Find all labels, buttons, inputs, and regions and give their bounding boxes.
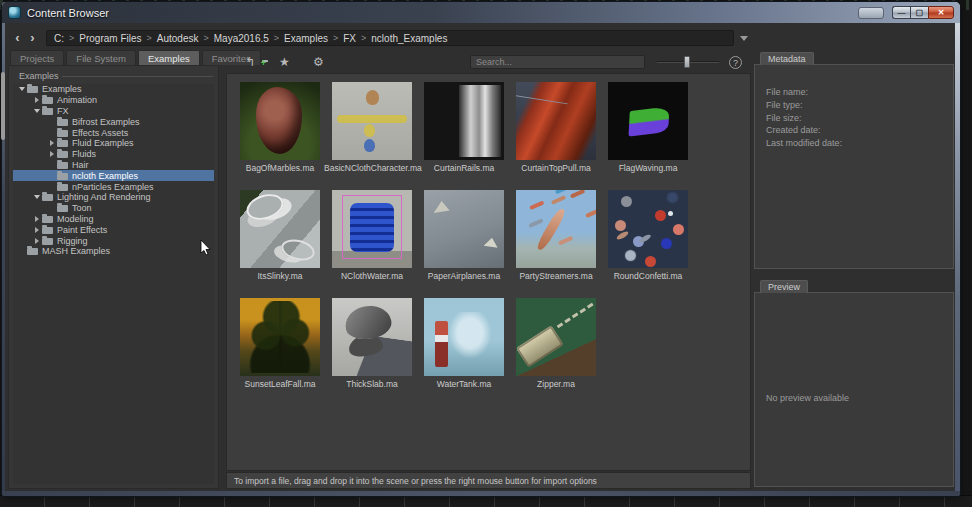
sidebar-group-label: Examples: [16, 71, 62, 81]
file-item[interactable]: SunsetLeafFall.ma: [234, 298, 326, 389]
tree-expand-arrow-icon[interactable]: [32, 109, 42, 113]
window-border-right: [955, 2, 960, 496]
tab-metadata[interactable]: Metadata: [760, 52, 814, 65]
tree-expand-arrow-icon[interactable]: [32, 216, 42, 222]
file-thumbnail[interactable]: [424, 298, 504, 376]
file-thumbnail[interactable]: [516, 82, 596, 160]
tree-expand-arrow-icon[interactable]: [32, 227, 42, 233]
tree-item-label: Bifrost Examples: [72, 117, 140, 127]
tree-item-modeling[interactable]: Modeling: [13, 214, 214, 225]
tree-item-bifrost-examples[interactable]: Bifrost Examples: [13, 116, 214, 127]
breadcrumb-segment[interactable]: Autodesk: [157, 33, 199, 44]
tree-item-animation[interactable]: Animation: [13, 95, 214, 106]
file-name-label: PartyStreamers.ma: [519, 271, 592, 281]
file-thumbnail[interactable]: [240, 82, 320, 160]
tree-item-label: Rigging: [57, 236, 88, 246]
folder-icon: [27, 86, 38, 93]
file-item[interactable]: FlagWaving.ma: [602, 82, 694, 173]
tree-expand-arrow-icon[interactable]: [47, 151, 57, 157]
file-item[interactable]: CurtainTopPull.ma: [510, 82, 602, 173]
tree-expand-arrow-icon[interactable]: [32, 195, 42, 199]
tree-expand-arrow-icon[interactable]: [32, 97, 42, 103]
tree-expand-arrow-icon[interactable]: [17, 87, 27, 91]
favorites-star-icon[interactable]: ★: [279, 54, 296, 70]
breadcrumb[interactable]: C:>Program Files>Autodesk>Maya2016.5>Exa…: [46, 30, 734, 46]
file-thumbnail[interactable]: [608, 82, 688, 160]
breadcrumb-dropdown-button[interactable]: [736, 30, 752, 46]
tree-expand-arrow-icon[interactable]: [47, 140, 57, 146]
thumbnail-size-slider[interactable]: [657, 55, 719, 69]
tree-item-fluid-examples[interactable]: Fluid Examples: [13, 138, 214, 149]
file-thumbnail[interactable]: [424, 82, 504, 160]
tree-item-nparticles-examples[interactable]: nParticles Examples: [13, 181, 214, 192]
file-thumbnail[interactable]: [332, 82, 412, 160]
metadata-field-label: Last modified date:: [766, 138, 953, 151]
settings-gear-icon[interactable]: ⚙: [313, 54, 330, 70]
folder-icon: [42, 97, 53, 104]
tree-item-lighting-and-rendering[interactable]: Lighting And Rendering: [13, 192, 214, 203]
breadcrumb-separator: >: [361, 33, 366, 43]
tree-item-paint-effects[interactable]: Paint Effects: [13, 224, 214, 235]
breadcrumb-segment[interactable]: C:: [54, 33, 64, 44]
undo-arrow-icon[interactable]: ↰: [245, 54, 262, 70]
file-item[interactable]: Zipper.ma: [510, 298, 602, 389]
file-item[interactable]: WaterTank.ma: [418, 298, 510, 389]
file-thumbnail[interactable]: [240, 298, 320, 376]
file-thumbnail[interactable]: [240, 190, 320, 268]
file-thumbnail[interactable]: [516, 190, 596, 268]
file-item[interactable]: CurtainRails.ma: [418, 82, 510, 173]
tree-item-hair[interactable]: Hair: [13, 160, 214, 171]
file-thumbnail[interactable]: [424, 190, 504, 268]
tree-item-label: ncloth Examples: [72, 171, 138, 181]
file-name-label: Zipper.ma: [537, 379, 575, 389]
file-thumbnail[interactable]: [332, 190, 412, 268]
tree-item-fluids[interactable]: Fluids: [13, 149, 214, 160]
forward-button[interactable]: ›: [25, 30, 40, 46]
folder-icon: [27, 248, 38, 255]
maya-desktop: Content Browser — ▢ ✕ ‹ › C:>Program Fil…: [0, 0, 972, 507]
breadcrumb-segment[interactable]: Program Files: [79, 33, 141, 44]
tree-item-fx[interactable]: FX: [13, 106, 214, 117]
file-thumbnail[interactable]: [608, 190, 688, 268]
tab-projects[interactable]: Projects: [10, 50, 64, 65]
maximize-button[interactable]: ▢: [910, 6, 928, 19]
tree-item-mash-examples[interactable]: MASH Examples: [13, 246, 214, 257]
file-item[interactable]: ThickSlab.ma: [326, 298, 418, 389]
file-item[interactable]: BagOfMarbles.ma: [234, 82, 326, 173]
tree-item-ncloth-examples[interactable]: ncloth Examples: [13, 170, 214, 181]
tab-preview[interactable]: Preview: [760, 280, 808, 293]
folder-icon: [57, 140, 68, 147]
tab-examples[interactable]: Examples: [138, 50, 200, 65]
metadata-field-label: File name:: [766, 87, 953, 100]
status-text: To import a file, drag and drop it into …: [234, 476, 597, 486]
mouse-cursor: [200, 239, 212, 257]
back-button[interactable]: ‹: [10, 30, 25, 46]
slider-handle[interactable]: [684, 56, 690, 68]
tree-item-rigging[interactable]: Rigging: [13, 235, 214, 246]
tree-item-toon[interactable]: Toon: [13, 203, 214, 214]
file-thumbnail[interactable]: [332, 298, 412, 376]
tree-expand-arrow-icon[interactable]: [32, 238, 42, 244]
titlebar[interactable]: Content Browser — ▢ ✕: [2, 2, 960, 23]
maya-timeline-strip: [0, 495, 972, 507]
minimize-button[interactable]: —: [892, 6, 910, 19]
file-item[interactable]: ItsSlinky.ma: [234, 190, 326, 281]
file-item[interactable]: PaperAirplanes.ma: [418, 190, 510, 281]
breadcrumb-segment[interactable]: Examples: [284, 33, 328, 44]
tree-item-effects-assets[interactable]: Effects Assets: [13, 127, 214, 138]
tab-file-system[interactable]: File System: [66, 50, 136, 65]
breadcrumb-segment[interactable]: FX: [343, 33, 356, 44]
breadcrumb-segment[interactable]: Maya2016.5: [214, 33, 269, 44]
titlebar-help-button[interactable]: [858, 7, 884, 19]
tree-item-examples[interactable]: Examples: [13, 84, 214, 95]
file-item[interactable]: RoundConfetti.ma: [602, 190, 694, 281]
close-button[interactable]: ✕: [928, 6, 954, 19]
breadcrumb-segment[interactable]: ncloth_Examples: [371, 33, 447, 44]
tree-item-label: MASH Examples: [42, 246, 110, 256]
search-input[interactable]: [471, 56, 644, 68]
file-thumbnail[interactable]: [516, 298, 596, 376]
file-item[interactable]: NClothWater.ma: [326, 190, 418, 281]
help-icon[interactable]: ?: [729, 56, 742, 69]
file-item[interactable]: PartyStreamers.ma: [510, 190, 602, 281]
file-item[interactable]: BasicNClothCharacter.ma: [326, 82, 418, 173]
